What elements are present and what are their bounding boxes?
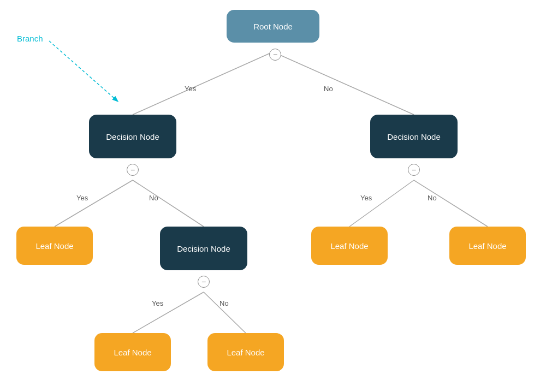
decision-node-1-label: Decision Node <box>106 132 159 141</box>
d2-collapse-btn[interactable]: − <box>408 164 420 176</box>
branch-no-d3-right: No <box>219 299 229 307</box>
branch-no-d1-right: No <box>149 194 158 202</box>
branch-label-text: Branch <box>17 34 43 43</box>
svg-line-3 <box>133 180 204 227</box>
branch-no-d2-right: No <box>428 194 437 202</box>
tree-diagram: Branch Root Node − Yes No Decision Node … <box>0 0 546 392</box>
svg-line-4 <box>349 180 414 227</box>
d1-collapse-btn[interactable]: − <box>127 164 139 176</box>
svg-line-1 <box>273 52 414 115</box>
leaf-node-1[interactable]: Leaf Node <box>16 227 93 265</box>
root-collapse-btn[interactable]: − <box>269 49 281 61</box>
decision-node-1[interactable]: Decision Node <box>89 115 176 158</box>
branch-yes-d3-left: Yes <box>152 299 163 307</box>
leaf-node-3[interactable]: Leaf Node <box>449 227 526 265</box>
decision-node-3[interactable]: Decision Node <box>160 227 247 270</box>
svg-line-7 <box>204 292 246 333</box>
branch-annotation: Branch <box>17 34 43 43</box>
branch-yes-d2-left: Yes <box>360 194 372 202</box>
svg-line-2 <box>55 180 133 227</box>
decision-node-2-label: Decision Node <box>387 132 441 141</box>
leaf-node-3-label: Leaf Node <box>468 241 506 251</box>
leaf-node-2[interactable]: Leaf Node <box>311 227 388 265</box>
branch-yes-root-left: Yes <box>185 85 196 93</box>
leaf-node-2-label: Leaf Node <box>330 241 368 251</box>
decision-node-3-label: Decision Node <box>177 244 230 253</box>
root-node[interactable]: Root Node <box>227 10 319 43</box>
svg-line-0 <box>133 52 273 115</box>
leaf-node-4-label: Leaf Node <box>114 348 151 357</box>
svg-line-6 <box>133 292 204 333</box>
leaf-node-1-label: Leaf Node <box>35 241 73 251</box>
leaf-node-5[interactable]: Leaf Node <box>207 333 284 371</box>
svg-line-5 <box>414 180 488 227</box>
root-node-label: Root Node <box>253 22 293 31</box>
branch-no-root-right: No <box>324 85 333 93</box>
branch-yes-d1-left: Yes <box>76 194 88 202</box>
decision-node-2[interactable]: Decision Node <box>370 115 458 158</box>
svg-line-8 <box>49 41 117 101</box>
leaf-node-5-label: Leaf Node <box>227 348 264 357</box>
leaf-node-4[interactable]: Leaf Node <box>94 333 171 371</box>
d3-collapse-btn[interactable]: − <box>198 276 210 288</box>
